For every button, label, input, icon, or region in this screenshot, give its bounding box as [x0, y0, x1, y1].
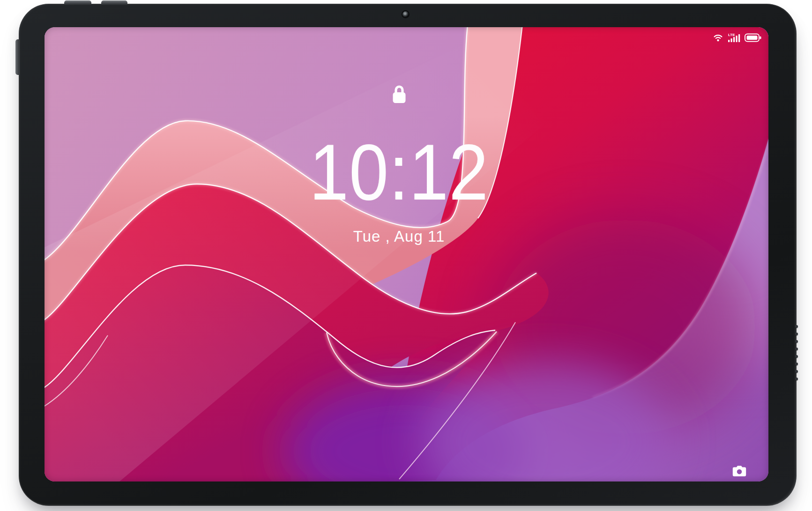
front-camera-icon	[402, 11, 409, 17]
camera-icon[interactable]	[732, 465, 747, 478]
lockscreen-surface[interactable]: LTE	[45, 27, 768, 481]
edge-speaker-dots	[795, 325, 798, 380]
lte-label: LTE	[728, 33, 735, 37]
status-bar: LTE	[712, 32, 761, 43]
wallpaper-waves	[45, 27, 768, 481]
wifi-icon	[712, 33, 724, 42]
power-button	[64, 0, 91, 5]
tablet-body: LTE	[19, 4, 797, 506]
battery-icon	[745, 33, 761, 42]
mobile-signal-icon: LTE	[728, 32, 741, 43]
volume-button	[101, 0, 127, 5]
side-button	[15, 39, 20, 75]
product-photo-stage: LTE	[0, 0, 812, 511]
